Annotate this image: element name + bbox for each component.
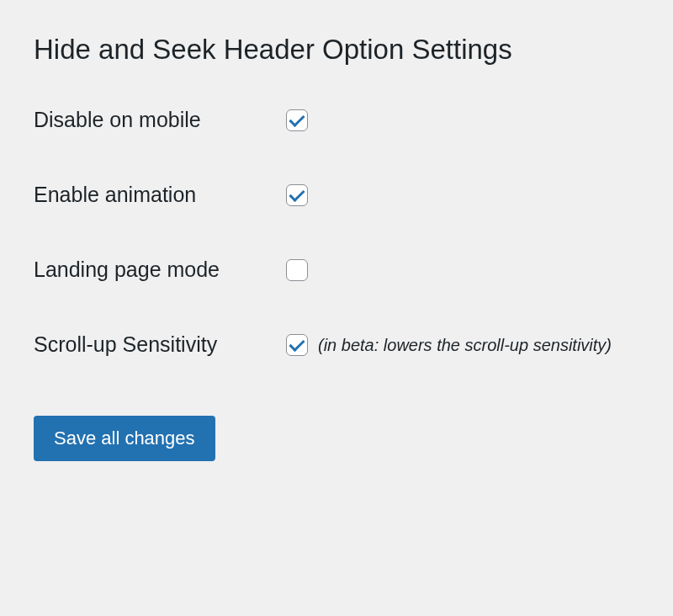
- label-scroll-up-sensitivity: Scroll-up Sensitivity: [34, 332, 286, 357]
- save-button[interactable]: Save all changes: [34, 416, 215, 461]
- checkbox-cell: (in beta: lowers the scroll-up sensitivi…: [286, 334, 612, 356]
- checkbox-cell: [286, 259, 308, 281]
- checkbox-disable-mobile[interactable]: [286, 109, 308, 131]
- checkbox-landing-page-mode[interactable]: [286, 259, 308, 281]
- checkbox-scroll-up-sensitivity[interactable]: [286, 334, 308, 356]
- label-landing-page-mode: Landing page mode: [34, 258, 286, 282]
- option-row-disable-mobile: Disable on mobile: [34, 108, 639, 132]
- checkbox-cell: [286, 184, 308, 206]
- page-title: Hide and Seek Header Option Settings: [34, 34, 639, 66]
- checkbox-cell: [286, 109, 308, 131]
- checkbox-enable-animation[interactable]: [286, 184, 308, 206]
- helper-text-scroll-up-sensitivity: (in beta: lowers the scroll-up sensitivi…: [318, 335, 612, 355]
- label-enable-animation: Enable animation: [34, 183, 286, 207]
- option-row-landing-page-mode: Landing page mode: [34, 258, 639, 282]
- label-disable-mobile: Disable on mobile: [34, 108, 286, 132]
- option-row-scroll-up-sensitivity: Scroll-up Sensitivity (in beta: lowers t…: [34, 332, 639, 357]
- option-row-enable-animation: Enable animation: [34, 183, 639, 207]
